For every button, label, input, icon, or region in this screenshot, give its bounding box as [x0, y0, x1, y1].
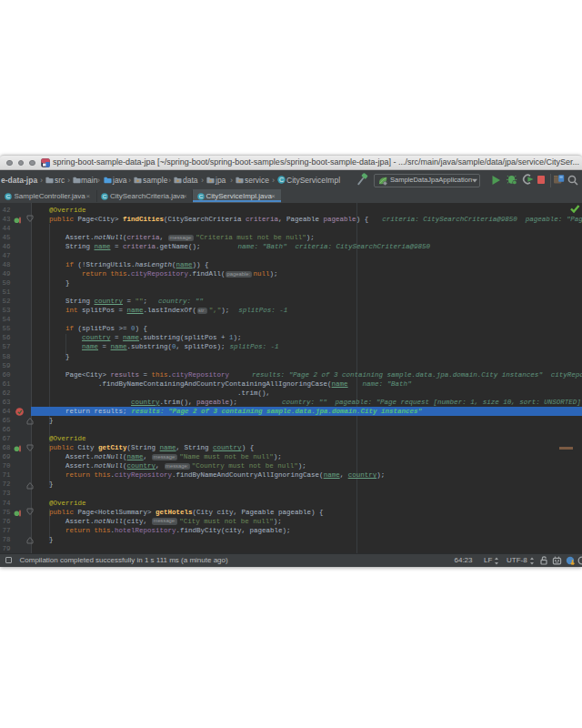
svg-text:C: C — [103, 193, 107, 199]
svg-text:C: C — [198, 193, 203, 199]
svg-text:C: C — [6, 193, 11, 199]
svg-text:C: C — [279, 177, 284, 183]
